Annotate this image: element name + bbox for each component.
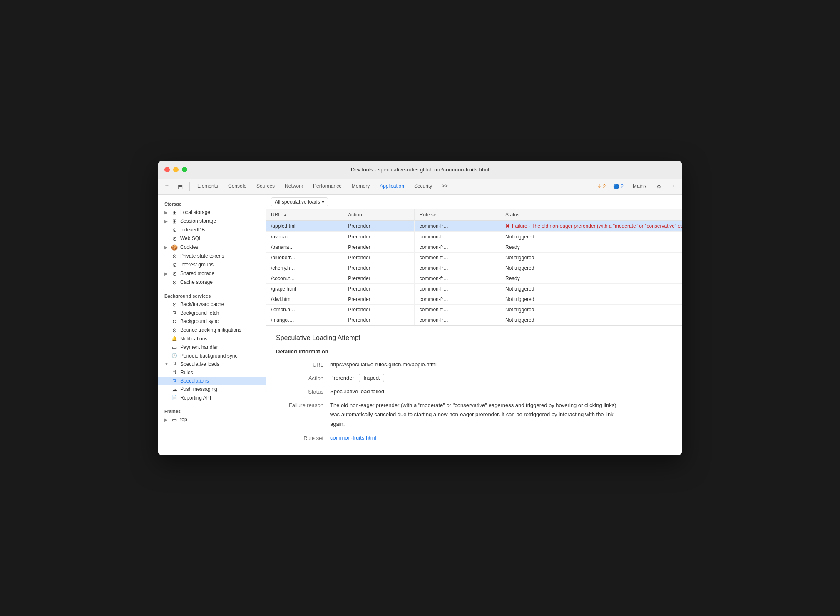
settings-icon[interactable]: ⚙	[653, 181, 665, 192]
sidebar-item-indexeddb[interactable]: ▶ ⊙ IndexedDB	[158, 226, 266, 234]
sidebar-item-cache-storage[interactable]: ▶ ⊙ Cache storage	[158, 278, 266, 287]
cell-url: /cherry.h…	[266, 263, 343, 273]
device-toggle-icon[interactable]: ⬒	[174, 181, 186, 192]
tab-console[interactable]: Console	[224, 179, 251, 194]
sidebar-item-background-sync[interactable]: ▶ ↺ Background sync	[158, 317, 266, 326]
back-forward-cache-icon: ⊙	[171, 301, 178, 308]
maximize-button[interactable]	[182, 167, 187, 172]
cell-url: /lemon.h…	[266, 304, 343, 315]
sidebar-item-interest-groups[interactable]: ▶ ⊙ Interest groups	[158, 261, 266, 269]
traffic-lights	[164, 167, 187, 172]
expand-arrow-icon: ▼	[164, 362, 169, 366]
sidebar-item-push-messaging[interactable]: ▶ ☁ Push messaging	[158, 385, 266, 394]
table-row[interactable]: /grape.htmlPrerendercommon-fr…Not trigge…	[266, 283, 682, 294]
tab-sources[interactable]: Sources	[252, 179, 279, 194]
sidebar-item-back-forward-cache[interactable]: ▶ ⊙ Back/forward cache	[158, 300, 266, 309]
sidebar-item-top-frame[interactable]: ▶ ▭ top	[158, 415, 266, 424]
cell-status: Ready	[500, 242, 682, 252]
tab-elements[interactable]: Elements	[193, 179, 222, 194]
close-button[interactable]	[164, 167, 170, 172]
inspect-button[interactable]: Inspect	[359, 374, 384, 382]
cell-ruleset: common-fr…	[414, 315, 500, 325]
col-header-url[interactable]: URL ▲	[266, 209, 343, 221]
sidebar-item-speculative-loads[interactable]: ▼ ⇅ Speculative loads	[158, 360, 266, 368]
speculative-loads-filter[interactable]: All speculative loads ▾	[271, 197, 328, 206]
sidebar-item-reporting-api[interactable]: ▶ 📄 Reporting API	[158, 394, 266, 402]
cell-url: /blueberr…	[266, 252, 343, 263]
ruleset-link[interactable]: common-fruits.html	[330, 435, 376, 441]
cell-status: Ready	[500, 273, 682, 283]
status-value: Speculative load failed.	[330, 387, 672, 396]
sidebar-item-background-fetch[interactable]: ▶ ⇅ Background fetch	[158, 309, 266, 317]
toolbar-right: ⚠ 2 🔵 2 Main ▾ ⚙ ⋮	[595, 179, 679, 194]
info-icon: 🔵	[613, 184, 619, 189]
cell-status: Not triggered	[500, 304, 682, 315]
cell-action: Prerender	[343, 273, 414, 283]
sidebar-item-notifications[interactable]: ▶ 🔔 Notifications	[158, 335, 266, 343]
col-header-status[interactable]: Status	[500, 209, 682, 221]
sidebar-item-private-state-tokens[interactable]: ▶ ⊙ Private state tokens	[158, 252, 266, 261]
table-row[interactable]: /blueberr…Prerendercommon-fr…Not trigger…	[266, 252, 682, 263]
cell-url: /apple.html	[266, 220, 343, 231]
tab-network[interactable]: Network	[281, 179, 307, 194]
detail-row-failure: Failure reason The old non-eager prerend…	[276, 401, 672, 428]
sidebar-label-cache-storage: Cache storage	[180, 279, 213, 285]
cell-ruleset: common-fr…	[414, 304, 500, 315]
sidebar-label-background-sync: Background sync	[180, 318, 219, 324]
tab-performance[interactable]: Performance	[309, 179, 346, 194]
tab-security[interactable]: Security	[410, 179, 436, 194]
col-header-ruleset[interactable]: Rule set	[414, 209, 500, 221]
cell-ruleset: common-fr…	[414, 242, 500, 252]
sidebar-label-speculative-loads: Speculative loads	[180, 361, 219, 367]
minimize-button[interactable]	[173, 167, 179, 172]
sidebar-item-web-sql[interactable]: ▶ ⊙ Web SQL	[158, 234, 266, 243]
sidebar-item-speculations[interactable]: ⇅ Speculations	[158, 377, 266, 385]
cell-ruleset: common-fr…	[414, 283, 500, 294]
table-row[interactable]: /coconut…Prerendercommon-fr…Ready	[266, 273, 682, 283]
sidebar-item-payment-handler[interactable]: ▶ ▭ Payment handler	[158, 343, 266, 352]
web-sql-icon: ⊙	[171, 236, 178, 242]
table-row[interactable]: /kiwi.htmlPrerendercommon-fr…Not trigger…	[266, 294, 682, 304]
sidebar-label-payment-handler: Payment handler	[180, 344, 218, 350]
tab-application[interactable]: Application	[375, 179, 408, 194]
table-row[interactable]: /lemon.h…Prerendercommon-fr…Not triggere…	[266, 304, 682, 315]
payment-handler-icon: ▭	[171, 344, 178, 350]
cell-action: Prerender	[343, 315, 414, 325]
speculative-loads-icon: ⇅	[171, 361, 178, 367]
sidebar-item-session-storage[interactable]: ▶ ⊞ Session storage	[158, 217, 266, 226]
sidebar-item-cookies[interactable]: ▶ 🍪 Cookies	[158, 243, 266, 252]
speculations-icon: ⇅	[171, 378, 178, 383]
cell-status: Not triggered	[500, 294, 682, 304]
table-row[interactable]: /apple.htmlPrerendercommon-fr…✖ Failure …	[266, 220, 682, 231]
table-row[interactable]: /mango….Prerendercommon-fr…Not triggered	[266, 315, 682, 325]
inspect-element-icon[interactable]: ⬚	[161, 181, 173, 192]
info-badge[interactable]: 🔵 2	[611, 183, 626, 190]
expand-arrow-icon: ▶	[164, 417, 169, 422]
frame-icon: ▭	[171, 417, 178, 423]
shared-storage-icon: ⊙	[171, 271, 178, 277]
table-row[interactable]: /avocad…Prerendercommon-fr…Not triggered	[266, 231, 682, 242]
cell-ruleset: common-fr…	[414, 220, 500, 231]
sidebar-label-reporting-api: Reporting API	[180, 395, 211, 401]
sidebar-item-rules[interactable]: ⇅ Rules	[158, 368, 266, 377]
warning-badge[interactable]: ⚠ 2	[595, 183, 609, 190]
col-header-action[interactable]: Action	[343, 209, 414, 221]
table-row[interactable]: /cherry.h…Prerendercommon-fr…Not trigger…	[266, 263, 682, 273]
tab-memory[interactable]: Memory	[348, 179, 374, 194]
cell-action: Prerender	[343, 263, 414, 273]
sidebar-item-local-storage[interactable]: ▶ ⊞ Local storage	[158, 208, 266, 217]
detail-row-status: Status Speculative load failed.	[276, 387, 672, 396]
cell-ruleset: common-fr…	[414, 273, 500, 283]
expand-arrow-icon: ▶	[164, 245, 169, 250]
url-value: https://speculative-rules.glitch.me/appl…	[330, 360, 672, 369]
table-row[interactable]: /banana…Prerendercommon-fr…Ready	[266, 242, 682, 252]
more-options-icon[interactable]: ⋮	[667, 181, 679, 192]
sidebar-item-bounce-tracking[interactable]: ▶ ⊙ Bounce tracking mitigations	[158, 326, 266, 335]
warning-count: 2	[603, 184, 606, 189]
sidebar-label-back-forward-cache: Back/forward cache	[180, 301, 224, 307]
sidebar-item-periodic-bg-sync[interactable]: ▶ 🕐 Periodic background sync	[158, 352, 266, 360]
tab-more[interactable]: >>	[438, 179, 452, 194]
interest-groups-icon: ⊙	[171, 262, 178, 268]
main-dropdown[interactable]: Main ▾	[629, 179, 651, 194]
sidebar-item-shared-storage[interactable]: ▶ ⊙ Shared storage	[158, 269, 266, 278]
